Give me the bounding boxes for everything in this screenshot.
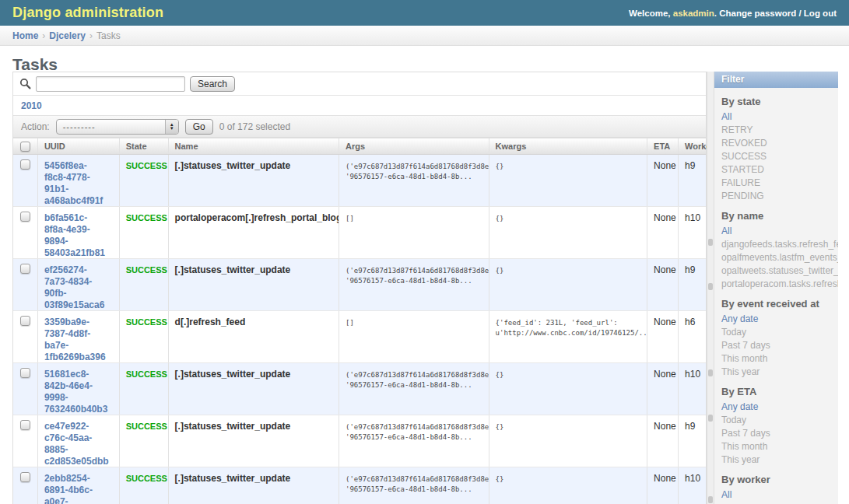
filter-option[interactable]: RETRY xyxy=(721,124,753,135)
task-worker: h10 xyxy=(678,363,706,415)
column-header-name[interactable]: Name xyxy=(168,138,339,154)
scrollbar-thumb[interactable] xyxy=(708,415,713,422)
filter-option[interactable]: All xyxy=(721,226,731,236)
filter-option[interactable]: This year xyxy=(721,454,760,465)
change-password-link[interactable]: Change password xyxy=(719,9,796,18)
task-kwargs: {} xyxy=(489,467,647,504)
filter-option[interactable]: REVOKED xyxy=(721,138,767,149)
welcome-text: Welcome, xyxy=(629,9,673,18)
search-bar: Search xyxy=(13,72,706,96)
filter-section-title: By event received at xyxy=(721,298,838,310)
state-badge: SUCCESS xyxy=(126,317,167,327)
filter-section-by-event-received-at: By event received at Any date Today Past… xyxy=(714,290,838,378)
task-uuid-link[interactable]: b6fa561c- 8f8a-4e39- 9894- 58403a21fb81 xyxy=(44,212,113,258)
filter-option[interactable]: STARTED xyxy=(721,164,764,175)
task-args: ('e97c687d13d87f614a6d81768d8f3d8e', '96… xyxy=(339,467,489,504)
column-header-eta[interactable]: ETA xyxy=(647,138,678,154)
task-uuid-link[interactable]: 5456f8ea- f8c8-4778- 91b1- a468abc4f91f xyxy=(44,160,113,206)
table-row: ef256274- 7a73-4834- 90fb- 03f89e15aca6 … xyxy=(13,259,706,311)
column-header-state[interactable]: State xyxy=(119,138,168,154)
state-badge: SUCCESS xyxy=(126,213,167,222)
date-hierarchy-year-link[interactable]: 2010 xyxy=(21,100,42,111)
column-header-uuid[interactable]: UUID xyxy=(37,138,119,154)
state-badge: SUCCESS xyxy=(126,161,167,170)
app-title: Django administration xyxy=(12,5,163,21)
filter-option[interactable]: Past 7 days xyxy=(721,428,770,439)
row-checkbox[interactable] xyxy=(20,420,30,430)
filter-section-title: By ETA xyxy=(721,386,838,397)
vertical-scrollbar[interactable] xyxy=(707,72,714,504)
state-badge: SUCCESS xyxy=(126,474,167,483)
filter-option[interactable]: djangofeeds.tasks.refresh_feed xyxy=(721,239,838,250)
filter-section-title: By worker xyxy=(721,474,838,485)
task-eta: None xyxy=(647,259,678,310)
filter-option[interactable]: This month xyxy=(721,441,767,452)
breadcrumb-current: Tasks xyxy=(96,30,121,41)
changelist: Search 2010 Action: --------- ▲▼ Go 0 of… xyxy=(12,72,707,504)
filter-option[interactable]: Any date xyxy=(721,401,758,412)
link-separator: / xyxy=(796,9,804,18)
filter-option[interactable]: Any date xyxy=(721,313,758,324)
task-uuid-link[interactable]: ce47e922- c76c-45aa- 8885- c2d853e05dbb xyxy=(44,421,113,467)
table-row: 3359ba9e- 7387-4d8f- ba7e- 1fb6269ba396 … xyxy=(13,311,706,363)
filter-option[interactable]: portaloperacom.tasks.refresh_ xyxy=(721,278,838,289)
select-all-checkbox[interactable] xyxy=(20,142,30,152)
task-eta: None xyxy=(647,415,678,467)
task-worker: h9 xyxy=(678,155,706,206)
state-badge: SUCCESS xyxy=(126,265,167,275)
task-worker: h9 xyxy=(678,259,706,310)
filter-option[interactable]: Today xyxy=(721,415,746,425)
filter-title: Filter xyxy=(714,72,838,88)
date-hierarchy: 2010 xyxy=(13,96,706,116)
row-checkbox[interactable] xyxy=(20,212,30,222)
filter-option[interactable]: All xyxy=(721,111,731,122)
column-header-worker[interactable]: Worker xyxy=(678,138,706,154)
breadcrumb-home[interactable]: Home xyxy=(12,30,38,41)
filter-option[interactable]: PENDING xyxy=(721,191,764,201)
task-args: ('e97c687d13d87f614a6d81768d8f3d8e', '96… xyxy=(339,363,489,415)
task-uuid-link[interactable]: 2ebb8254- 6891-4b6c- a0e7- 1ab09c494227 xyxy=(44,473,113,504)
task-args: [] xyxy=(339,311,489,362)
task-uuid-link[interactable]: 51681ec8- 842b-46e4- 9998- 7632460b40b3 xyxy=(44,369,113,415)
task-kwargs: {} xyxy=(489,415,647,467)
filter-option[interactable]: SUCCESS xyxy=(721,151,767,162)
action-select[interactable]: --------- ▲▼ xyxy=(56,119,179,135)
filter-option[interactable]: FAILURE xyxy=(721,177,760,188)
actions-bar: Action: --------- ▲▼ Go 0 of 172 selecte… xyxy=(13,116,706,138)
scrollbar-thumb[interactable] xyxy=(708,496,713,503)
row-checkbox[interactable] xyxy=(20,159,30,170)
column-header-args[interactable]: Args xyxy=(339,138,489,154)
filter-section-by-name: By name All djangofeeds.tasks.refresh_fe… xyxy=(714,202,838,290)
row-checkbox[interactable] xyxy=(20,264,30,274)
task-name: [.]statuses_twitter_update xyxy=(175,160,291,171)
task-uuid-link[interactable]: 3359ba9e- 7387-4d8f- ba7e- 1fb6269ba396 xyxy=(44,317,113,362)
table-row: b6fa561c- 8f8a-4e39- 9894- 58403a21fb81 … xyxy=(13,207,706,259)
filter-option[interactable]: Past 7 days xyxy=(721,340,770,351)
task-kwargs: {} xyxy=(489,363,647,415)
search-button[interactable]: Search xyxy=(190,76,235,92)
filter-option[interactable]: All xyxy=(721,489,731,500)
table-row: 2ebb8254- 6891-4b6c- a0e7- 1ab09c494227 … xyxy=(13,467,706,504)
scrollbar-thumb[interactable] xyxy=(708,283,713,290)
task-name: d[.]refresh_feed xyxy=(175,317,246,327)
row-checkbox[interactable] xyxy=(20,316,30,326)
task-worker: h10 xyxy=(678,467,706,504)
column-header-kwargs[interactable]: Kwargs xyxy=(489,138,647,154)
filter-option[interactable]: Today xyxy=(721,327,746,338)
logout-link[interactable]: Log out xyxy=(804,9,837,18)
scrollbar-thumb[interactable] xyxy=(708,369,713,376)
task-worker: h9 xyxy=(678,415,706,467)
row-checkbox[interactable] xyxy=(20,368,30,378)
task-uuid-link[interactable]: ef256274- 7a73-4834- 90fb- 03f89e15aca6 xyxy=(44,264,113,310)
scrollbar-thumb[interactable] xyxy=(708,239,713,246)
go-button[interactable]: Go xyxy=(185,119,213,135)
task-eta: None xyxy=(647,155,678,206)
filter-option[interactable]: This month xyxy=(721,353,767,364)
filter-option[interactable]: opalfmevents.lastfm_events_up xyxy=(721,252,838,263)
breadcrumb-app[interactable]: Djcelery xyxy=(49,30,86,41)
row-checkbox[interactable] xyxy=(20,472,30,482)
select-stepper-icon: ▲▼ xyxy=(165,120,178,134)
filter-option[interactable]: This year xyxy=(721,366,760,377)
search-input[interactable] xyxy=(36,76,185,92)
filter-option[interactable]: opaltweets.statuses_twitter_up xyxy=(721,265,838,276)
